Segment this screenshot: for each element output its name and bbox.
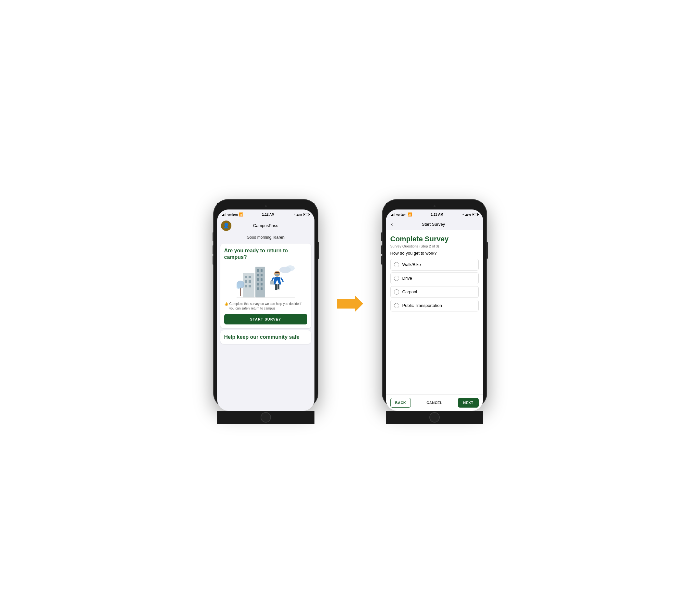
greeting-text: Good morning, xyxy=(247,235,274,240)
svg-marker-32 xyxy=(337,296,363,312)
next-button[interactable]: NEXT xyxy=(458,398,478,407)
battery-percent-2: 23% xyxy=(465,213,471,216)
location-icon: ↗ xyxy=(293,213,295,216)
nav-title: Start Survey xyxy=(394,222,473,227)
back-nav-button[interactable]: ‹ xyxy=(390,221,394,228)
svg-rect-9 xyxy=(257,269,259,272)
time-1: 1:12 AM xyxy=(262,213,275,216)
svg-rect-13 xyxy=(257,278,259,281)
svg-rect-3 xyxy=(248,276,251,278)
avatar: 👤 xyxy=(221,221,232,231)
location-icon-2: ↗ xyxy=(462,213,464,216)
survey-buttons: BACK CANCEL NEXT xyxy=(386,394,483,411)
cancel-button[interactable]: CANCEL xyxy=(413,398,456,407)
complete-survey-heading: Complete Survey xyxy=(390,235,479,243)
svg-rect-18 xyxy=(261,288,263,290)
phone-1: Verizon 📶 1:12 AM ↗ 23% 👤 CampusPass Goo… xyxy=(214,200,318,407)
option-walk-bike[interactable]: Walk/Bike xyxy=(390,259,479,271)
status-left-2: Verizon 📶 xyxy=(391,212,412,217)
battery-percent-1: 23% xyxy=(296,213,302,216)
svg-rect-11 xyxy=(257,274,259,276)
option-public-transportation[interactable]: Public Transportation xyxy=(390,300,479,311)
carrier-1: Verizon xyxy=(227,213,238,216)
time-2: 1:13 AM xyxy=(431,213,443,216)
illustration xyxy=(224,264,307,299)
radio-drive xyxy=(394,276,399,281)
svg-rect-26 xyxy=(275,284,277,291)
app-header-1: 👤 CampusPass xyxy=(217,218,314,233)
greeting: Good morning, Karen xyxy=(217,233,314,242)
svg-rect-2 xyxy=(245,276,247,278)
status-left-1: Verizon 📶 xyxy=(222,212,243,217)
status-right-1: ↗ 23% xyxy=(293,213,309,216)
status-bar-1: Verizon 📶 1:12 AM ↗ 23% xyxy=(217,209,314,218)
radio-public-transportation xyxy=(394,303,399,308)
home-button-1[interactable] xyxy=(261,412,271,422)
svg-rect-17 xyxy=(257,288,259,290)
app-title: CampusPass xyxy=(234,223,298,228)
svg-rect-16 xyxy=(261,283,263,286)
signal-icon xyxy=(222,213,226,216)
camera-dot xyxy=(265,205,267,207)
svg-rect-6 xyxy=(245,285,247,288)
card-community-safe: Help keep our community safe xyxy=(220,330,311,344)
svg-rect-24 xyxy=(275,274,279,276)
battery-icon-1 xyxy=(303,213,309,216)
svg-rect-14 xyxy=(261,278,263,281)
radio-walk-bike xyxy=(394,262,399,267)
navigation-arrow xyxy=(337,296,363,312)
home-button-area-2 xyxy=(386,411,483,424)
svg-rect-12 xyxy=(261,274,263,276)
step-label: Survey Questions (Step 2 of 3) xyxy=(390,244,479,248)
svg-point-31 xyxy=(286,265,295,271)
nav-bar: ‹ Start Survey xyxy=(386,218,483,230)
svg-point-29 xyxy=(277,289,280,291)
survey-content: Complete Survey Survey Questions (Step 2… xyxy=(386,230,483,394)
option-label-carpool: Carpool xyxy=(402,289,417,294)
start-survey-button[interactable]: START SURVEY xyxy=(224,314,307,325)
wifi-icon: 📶 xyxy=(239,212,243,217)
signal-icon-2 xyxy=(391,213,395,216)
camera-dot-2 xyxy=(434,205,436,207)
carrier-2: Verizon xyxy=(396,213,407,216)
option-label-public-transportation: Public Transportation xyxy=(402,303,442,308)
back-button[interactable]: BACK xyxy=(390,398,411,407)
option-label-walk-bike: Walk/Bike xyxy=(402,262,421,267)
svg-rect-8 xyxy=(256,267,265,297)
home-button-area-1 xyxy=(217,411,314,424)
option-label-drive: Drive xyxy=(402,276,412,280)
greeting-name: Karen xyxy=(274,235,285,240)
card-title: Are you ready to return to campus? xyxy=(224,248,307,261)
card-desc: 👍 Complete this survey so we can help yo… xyxy=(224,302,307,311)
svg-rect-7 xyxy=(248,285,251,288)
home-button-2[interactable] xyxy=(429,412,440,422)
community-title: Help keep our community safe xyxy=(224,334,307,340)
phone-2: Verizon 📶 1:13 AM ↗ 23% ‹ Start Survey C… xyxy=(382,200,486,407)
option-drive[interactable]: Drive xyxy=(390,272,479,284)
thumbs-up-icon: 👍 xyxy=(224,302,228,306)
svg-rect-15 xyxy=(257,283,259,286)
svg-rect-25 xyxy=(270,281,274,285)
card-desc-text: Complete this survey so we can help you … xyxy=(229,302,307,311)
svg-rect-10 xyxy=(261,269,263,272)
scroll-content-1[interactable]: Good morning, Karen Are you ready to ret… xyxy=(217,233,314,411)
arrow-container xyxy=(337,296,363,312)
question-text: How do you get to work? xyxy=(390,251,479,256)
svg-rect-5 xyxy=(248,280,251,283)
status-bar-2: Verizon 📶 1:13 AM ↗ 23% xyxy=(386,209,483,218)
battery-icon-2 xyxy=(472,213,478,216)
card-return-campus: Are you ready to return to campus? xyxy=(220,244,311,329)
svg-rect-4 xyxy=(245,280,247,283)
option-carpool[interactable]: Carpool xyxy=(390,286,479,298)
wifi-icon-2: 📶 xyxy=(408,212,412,217)
radio-carpool xyxy=(394,289,399,295)
status-right-2: ↗ 23% xyxy=(462,213,478,216)
